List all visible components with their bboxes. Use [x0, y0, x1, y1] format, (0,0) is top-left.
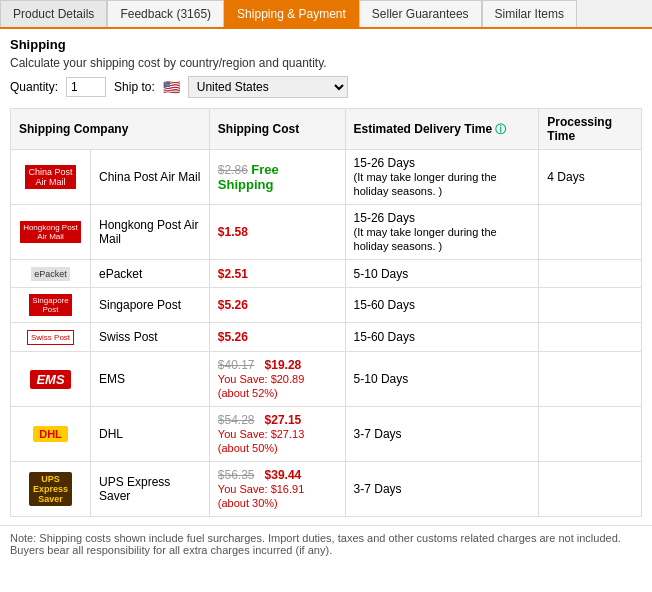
- shipping-cost-cell: $5.26: [209, 288, 345, 323]
- company-name: China Post Air Mail: [91, 150, 210, 205]
- original-price: $56.35: [218, 468, 255, 482]
- you-save: You Save: $16.91 (about 30%): [218, 483, 304, 509]
- china-post-logo: China PostAir Mail: [25, 165, 75, 189]
- company-name: Singapore Post: [91, 288, 210, 323]
- col-shipping-company: Shipping Company: [11, 109, 210, 150]
- current-price: $19.28: [265, 358, 302, 372]
- calc-description: Calculate your shipping cost by country/…: [10, 56, 642, 70]
- col-processing-time: Processing Time: [539, 109, 642, 150]
- shipping-cost-cell: $5.26: [209, 323, 345, 352]
- country-select[interactable]: United States: [188, 76, 348, 98]
- current-price: $27.15: [265, 413, 302, 427]
- company-name: DHL: [91, 407, 210, 462]
- table-row: Hongkong PostAir Mail Hongkong Post Air …: [11, 205, 642, 260]
- delivery-time-cell: 15-60 Days: [345, 323, 539, 352]
- current-price: $39.44: [265, 468, 302, 482]
- original-price: $54.28: [218, 413, 255, 427]
- company-logo-cell: China PostAir Mail: [11, 150, 91, 205]
- shipping-table: Shipping Company Shipping Cost Estimated…: [10, 108, 642, 517]
- company-name: Hongkong Post Air Mail: [91, 205, 210, 260]
- delivery-time-cell: 5-10 Days: [345, 260, 539, 288]
- shipping-cost-cell: $56.35 $39.44 You Save: $16.91 (about 30…: [209, 462, 345, 517]
- table-row: DHL DHL $54.28 $27.15 You Save: $27.13 (…: [11, 407, 642, 462]
- company-logo-cell: Swiss Post: [11, 323, 91, 352]
- current-price: $5.26: [218, 298, 248, 312]
- company-logo-cell: EMS: [11, 352, 91, 407]
- tab-seller-guarantees[interactable]: Seller Guarantees: [359, 0, 482, 27]
- processing-time-cell: 4 Days: [539, 150, 642, 205]
- table-row: ePacket ePacket $2.51 5-10 Days: [11, 260, 642, 288]
- company-logo-cell: ePacket: [11, 260, 91, 288]
- quantity-label: Quantity:: [10, 80, 58, 94]
- processing-time-cell: [539, 260, 642, 288]
- shipping-content: Shipping Calculate your shipping cost by…: [0, 29, 652, 525]
- original-price: $40.17: [218, 358, 255, 372]
- hk-post-logo: Hongkong PostAir Mail: [20, 221, 81, 243]
- epacket-logo: ePacket: [31, 267, 70, 281]
- company-logo-cell: SingaporePost: [11, 288, 91, 323]
- ems-logo: EMS: [30, 370, 70, 389]
- shipping-cost-cell: $2.86 Free Shipping: [209, 150, 345, 205]
- table-row: EMS EMS $40.17 $19.28 You Save: $20.89 (…: [11, 352, 642, 407]
- dhl-logo: DHL: [33, 426, 68, 442]
- singapore-post-logo: SingaporePost: [29, 294, 71, 316]
- quantity-input[interactable]: [66, 77, 106, 97]
- processing-time-cell: [539, 205, 642, 260]
- shipping-note: Note: Shipping costs shown include fuel …: [0, 525, 652, 562]
- col-shipping-cost: Shipping Cost: [209, 109, 345, 150]
- processing-time-cell: [539, 462, 642, 517]
- current-price: $2.51: [218, 267, 248, 281]
- processing-time-cell: [539, 323, 642, 352]
- delivery-time-cell: 15-26 Days (It may take longer during th…: [345, 205, 539, 260]
- delivery-time-cell: 5-10 Days: [345, 352, 539, 407]
- table-row: SingaporePost Singapore Post $5.26 15-60…: [11, 288, 642, 323]
- swiss-post-logo: Swiss Post: [27, 330, 74, 345]
- shipping-cost-cell: $54.28 $27.15 You Save: $27.13 (about 50…: [209, 407, 345, 462]
- processing-time-cell: [539, 288, 642, 323]
- company-logo-cell: UPSExpressSaver: [11, 462, 91, 517]
- company-logo-cell: DHL: [11, 407, 91, 462]
- tab-product-details[interactable]: Product Details: [0, 0, 107, 27]
- company-name: UPS Express Saver: [91, 462, 210, 517]
- shipping-cost-cell: $2.51: [209, 260, 345, 288]
- company-name: ePacket: [91, 260, 210, 288]
- delivery-time-cell: 3-7 Days: [345, 462, 539, 517]
- you-save: You Save: $20.89 (about 52%): [218, 373, 304, 399]
- tab-bar: Product Details Feedback (3165) Shipping…: [0, 0, 652, 29]
- flag-icon: 🇺🇸: [163, 79, 180, 95]
- you-save: You Save: $27.13 (about 50%): [218, 428, 304, 454]
- shipping-cost-cell: $40.17 $19.28 You Save: $20.89 (about 52…: [209, 352, 345, 407]
- tab-shipping-payment[interactable]: Shipping & Payment: [224, 0, 359, 27]
- delivery-time-cell: 15-60 Days: [345, 288, 539, 323]
- delivery-time-cell: 15-26 Days (It may take longer during th…: [345, 150, 539, 205]
- current-price: $5.26: [218, 330, 248, 344]
- tab-similar-items[interactable]: Similar Items: [482, 0, 577, 27]
- table-row: Swiss Post Swiss Post $5.26 15-60 Days: [11, 323, 642, 352]
- shipping-cost-cell: $1.58: [209, 205, 345, 260]
- ship-to-label: Ship to:: [114, 80, 155, 94]
- table-row: UPSExpressSaver UPS Express Saver $56.35…: [11, 462, 642, 517]
- company-logo-cell: Hongkong PostAir Mail: [11, 205, 91, 260]
- delivery-time-cell: 3-7 Days: [345, 407, 539, 462]
- company-name: EMS: [91, 352, 210, 407]
- col-delivery-time: Estimated Delivery Time ⓘ: [345, 109, 539, 150]
- delivery-info-icon[interactable]: ⓘ: [495, 123, 506, 135]
- company-name: Swiss Post: [91, 323, 210, 352]
- current-price: $1.58: [218, 225, 248, 239]
- table-row: China PostAir Mail China Post Air Mail $…: [11, 150, 642, 205]
- ups-logo: UPSExpressSaver: [29, 472, 72, 506]
- processing-time-cell: [539, 407, 642, 462]
- section-title: Shipping: [10, 37, 642, 52]
- tab-feedback[interactable]: Feedback (3165): [107, 0, 224, 27]
- processing-time-cell: [539, 352, 642, 407]
- original-price: $2.86: [218, 163, 248, 177]
- quantity-row: Quantity: Ship to: 🇺🇸 United States: [10, 76, 642, 98]
